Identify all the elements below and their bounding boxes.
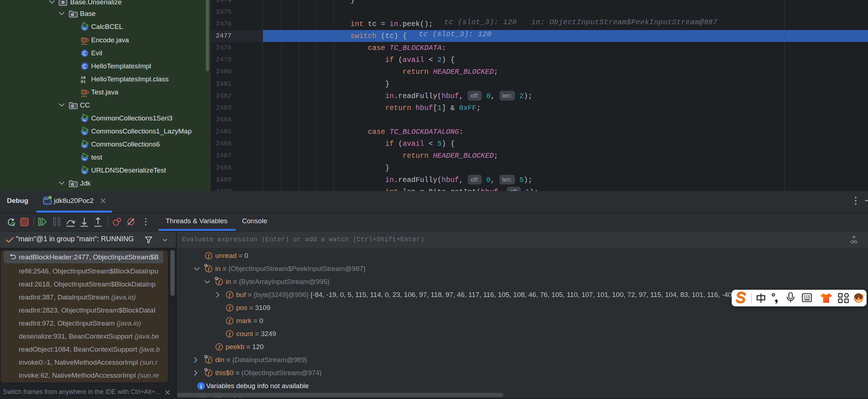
svg-text:i: i [200, 383, 202, 390]
svg-text:01: 01 [81, 79, 86, 84]
